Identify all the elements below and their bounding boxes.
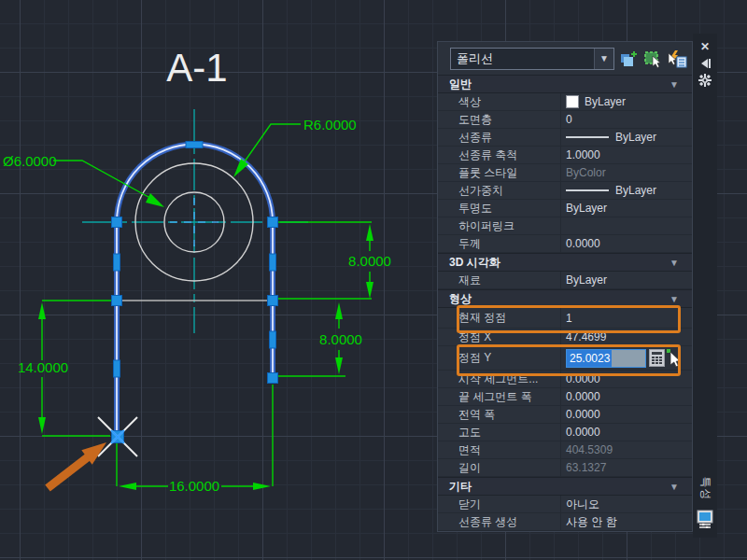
property-label: 고도 [438,424,561,441]
value-text: 0.0000 [566,408,600,421]
value-text: ByLayer [585,95,626,108]
section-label: 기타 [449,479,472,495]
property-row: 현재 정점1 [438,308,692,329]
property-value[interactable]: 25.0023 [561,346,692,370]
property-row: 선가중치ByLayer [438,182,692,200]
linetype-sample-icon [566,189,609,191]
svg-text:Ø6.0000: Ø6.0000 [3,153,57,169]
quick-select-button[interactable] [666,48,688,70]
object-type-dropdown[interactable]: 폴리선 ▼ [450,48,614,70]
property-label: 정점 X [438,329,561,345]
property-value[interactable]: 0.0000 [561,235,692,252]
property-value[interactable]: 0.0000 [561,388,692,405]
section-header-3[interactable]: 기타▼ [438,477,692,496]
section-label: 형상 [449,291,472,307]
value-text: 47.4699 [566,330,606,343]
select-objects-button[interactable] [641,48,664,70]
property-row: 투명도ByLayer [438,200,692,217]
property-value[interactable]: 0 [561,111,692,128]
property-value[interactable]: ByLayer [561,93,692,110]
auto-hide-icon[interactable] [697,55,713,72]
property-value[interactable]: 63.1327 [561,459,692,476]
settings-gear-icon[interactable] [697,72,713,89]
palette-sections: 일반▼색상ByLayer도면층0선종류ByLayer선종류 축척1.0000플롯… [438,75,692,531]
property-value[interactable]: 47.4699 [561,329,692,345]
dimension-right-lower[interactable]: 8.0000 [278,302,362,376]
value-text: 0.0000 [566,426,600,439]
value-text: 0 [566,113,572,126]
property-row: 면적404.5309 [438,441,692,459]
property-value[interactable]: ByLayer [561,200,692,217]
property-label: 닫기 [438,496,561,512]
chevron-down-icon[interactable]: ▼ [669,294,686,304]
property-value[interactable]: 사용 안 함 [561,513,692,530]
property-row: 도면층0 [438,111,692,129]
value-text: 0.0000 [566,372,600,385]
property-label: 선종류 축척 [438,147,561,163]
property-value[interactable]: ByLayer [561,129,692,146]
color-swatch [566,95,579,108]
property-label: 끝 세그먼트 폭 [438,388,561,405]
property-label: 면적 [438,441,561,458]
svg-text:16.0000: 16.0000 [169,478,219,494]
property-row: 길이63.1327 [438,459,692,477]
chevron-down-icon[interactable]: ▼ [669,258,686,268]
property-row: 선종류 생성사용 안 함 [438,513,692,531]
property-row: 플롯 스타일ByColor [438,164,692,182]
property-row: 정점 Y25.0023 [438,346,692,371]
property-value[interactable]: 1.0000 [561,147,692,163]
quick-select-icon [667,49,687,68]
section-header-1[interactable]: 3D 시각화▼ [438,253,692,272]
value-text: ByLayer [566,202,607,215]
section-header-0[interactable]: 일반▼ [438,75,692,93]
property-label: 하이퍼링크 [438,217,561,234]
value-text: 0.0000 [566,390,600,403]
pickadd-icon [619,49,638,68]
dimension-bottom[interactable]: 16.0000 [117,385,273,494]
calculator-button[interactable] [649,349,665,367]
property-row: 재료ByLayer [438,272,692,289]
property-row: 하이퍼링크 [438,217,692,235]
property-label: 선가중치 [438,182,561,199]
property-row: 시작 세그먼트...0.0000 [438,371,692,388]
property-value[interactable]: 0.0000 [561,371,692,387]
chevron-down-icon[interactable]: ▼ [669,79,686,90]
property-value[interactable]: ByLayer [561,272,692,288]
close-icon[interactable]: ✕ [697,38,713,55]
dimension-right-upper[interactable]: 8.0000 [278,222,391,299]
property-value[interactable]: 아니오 [561,496,692,512]
toggle-pickadd-button[interactable] [617,48,640,70]
property-label: 재료 [438,272,561,288]
chevron-down-icon[interactable]: ▼ [594,49,613,69]
property-label: 투명도 [438,200,561,217]
property-value[interactable] [561,217,692,234]
vertex-y-input[interactable]: 25.0023 [566,349,646,368]
property-row: 선종류 축척1.0000 [438,147,692,164]
property-value[interactable]: 1 [561,308,692,328]
property-label: 선종류 생성 [438,513,561,530]
property-label: 현재 정점 [438,308,561,328]
property-label: 전역 폭 [438,406,561,423]
property-value[interactable]: 0.0000 [561,424,692,441]
property-row: 전역 폭0.0000 [438,406,692,424]
property-value[interactable]: 404.5309 [561,441,692,458]
value-text: ByLayer [615,184,656,197]
property-row: 두께0.0000 [438,235,692,253]
chevron-down-icon[interactable]: ▼ [669,482,686,492]
palette-title[interactable]: 특성 [698,477,713,501]
object-type-value: 폴리선 [451,50,594,67]
property-value[interactable]: ByLayer [561,182,692,199]
properties-palette: 폴리선 ▼ [437,41,693,532]
section-label: 일반 [449,77,472,92]
section-header-2[interactable]: 형상▼ [438,289,692,308]
value-text: 사용 안 함 [566,514,617,530]
properties-palette-icon [697,510,713,532]
property-row: 정점 X47.4699 [438,329,692,346]
dimension-left[interactable]: 14.0000 [18,301,114,436]
property-value[interactable]: ByColor [561,164,692,181]
property-row: 끝 세그먼트 폭0.0000 [438,388,692,406]
select-objects-icon [643,49,662,68]
property-value[interactable]: 0.0000 [561,406,692,423]
property-row: 닫기아니오 [438,496,692,513]
value-text: 1 [566,312,572,325]
